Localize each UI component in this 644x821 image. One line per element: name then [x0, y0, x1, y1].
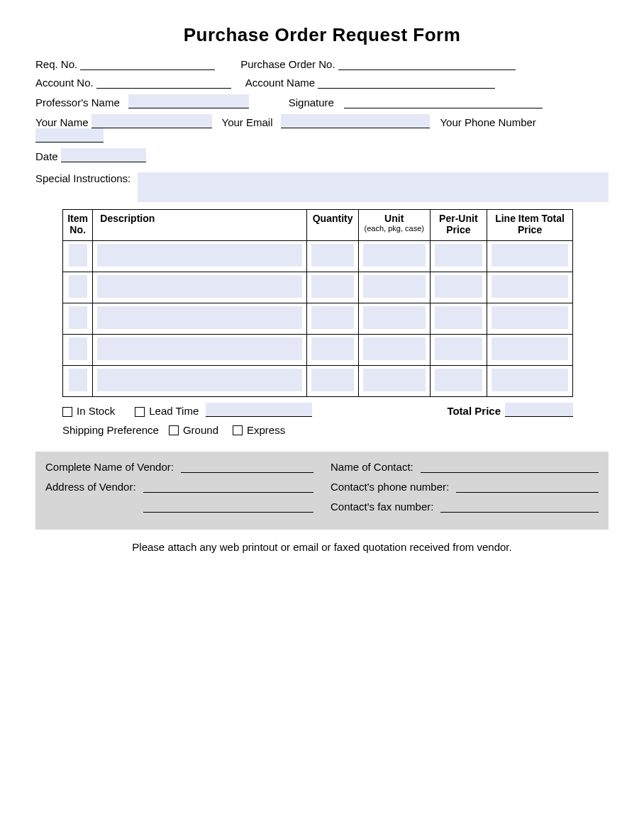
th-description: Description	[93, 210, 307, 241]
cell-quantity[interactable]	[311, 369, 354, 391]
label-account-name: Account Name	[245, 77, 315, 89]
checkbox-ground[interactable]	[169, 425, 179, 435]
cell-line-item-total[interactable]	[492, 306, 568, 329]
label-contact-phone: Contact's phone number:	[331, 481, 449, 493]
cell-line-item-total[interactable]	[492, 337, 568, 360]
field-total-price[interactable]	[505, 403, 573, 417]
field-contact-fax[interactable]	[440, 500, 599, 513]
cell-description[interactable]	[97, 244, 302, 267]
table-row	[63, 303, 573, 335]
cell-per-unit-price[interactable]	[435, 337, 483, 360]
cell-item-no[interactable]	[69, 275, 87, 298]
cell-quantity[interactable]	[311, 244, 354, 267]
cell-item-no[interactable]	[69, 369, 87, 391]
label-your-email: Your Email	[222, 116, 273, 128]
th-per-unit-price: Per-Unit Price	[430, 210, 487, 241]
cell-item-no[interactable]	[69, 306, 87, 329]
table-row	[63, 335, 573, 366]
cell-quantity[interactable]	[311, 275, 354, 298]
cell-unit[interactable]	[363, 275, 426, 298]
field-vendor-address-2[interactable]	[143, 500, 313, 513]
label-account-no: Account No.	[35, 77, 94, 89]
cell-per-unit-price[interactable]	[435, 275, 483, 298]
label-signature: Signature	[289, 96, 334, 108]
field-po-no[interactable]	[338, 57, 516, 70]
label-vendor-name: Complete Name of Vendor:	[45, 461, 174, 473]
label-vendor-address: Address of Vendor:	[45, 481, 136, 493]
field-contact-name[interactable]	[421, 460, 599, 473]
th-line-item-total: Line Item Total Price	[487, 210, 573, 241]
th-quantity: Quantity	[307, 210, 359, 241]
th-unit-text: Unit	[384, 213, 404, 224]
field-account-name[interactable]	[318, 76, 495, 89]
field-contact-phone[interactable]	[456, 480, 599, 493]
cell-description[interactable]	[97, 337, 302, 360]
table-row	[63, 366, 573, 397]
label-date: Date	[35, 150, 58, 162]
checkbox-in-stock[interactable]	[62, 407, 72, 417]
label-in-stock: In Stock	[77, 405, 115, 417]
cell-unit[interactable]	[363, 306, 426, 329]
label-special-instructions: Special Instructions:	[35, 172, 131, 184]
cell-line-item-total[interactable]	[492, 369, 568, 391]
label-po-no: Purchase Order No.	[240, 58, 335, 70]
th-unit: Unit (each, pkg, case)	[358, 210, 430, 241]
items-table: Item No. Description Quantity Unit (each…	[62, 209, 573, 397]
field-your-name[interactable]	[91, 114, 212, 128]
label-ground: Ground	[183, 424, 218, 436]
label-lead-time: Lead Time	[149, 405, 199, 417]
cell-unit[interactable]	[363, 369, 426, 391]
cell-description[interactable]	[97, 306, 302, 329]
field-req-no[interactable]	[80, 57, 215, 70]
vendor-section: Complete Name of Vendor: Address of Vend…	[35, 452, 609, 530]
cell-line-item-total[interactable]	[492, 244, 568, 267]
cell-per-unit-price[interactable]	[435, 369, 483, 391]
cell-quantity[interactable]	[311, 337, 354, 360]
label-your-phone: Your Phone Number	[440, 116, 535, 128]
field-special-instructions[interactable]	[138, 172, 609, 202]
table-row	[63, 241, 573, 272]
field-account-no[interactable]	[96, 76, 231, 89]
field-your-email[interactable]	[281, 114, 430, 128]
cell-item-no[interactable]	[69, 337, 87, 360]
cell-unit[interactable]	[363, 244, 426, 267]
checkbox-express[interactable]	[233, 425, 243, 435]
field-signature[interactable]	[344, 96, 543, 108]
checkbox-lead-time[interactable]	[135, 407, 145, 417]
label-contact-fax: Contact's fax number:	[331, 501, 433, 513]
cell-line-item-total[interactable]	[492, 275, 568, 298]
form-title: Purchase Order Request Form	[35, 24, 609, 46]
cell-per-unit-price[interactable]	[435, 306, 483, 329]
cell-description[interactable]	[97, 275, 302, 298]
label-your-name: Your Name	[35, 116, 89, 128]
th-item-no: Item No.	[63, 210, 93, 241]
cell-description[interactable]	[97, 369, 302, 391]
label-total-price: Total Price	[447, 405, 501, 417]
label-contact-name: Name of Contact:	[331, 461, 413, 473]
cell-quantity[interactable]	[311, 306, 354, 329]
label-professor-name: Professor's Name	[35, 96, 120, 108]
label-express: Express	[247, 424, 285, 436]
field-lead-time[interactable]	[206, 403, 312, 417]
label-shipping-preference: Shipping Preference	[62, 424, 159, 436]
th-unit-sub: (each, pkg, case)	[363, 224, 426, 233]
footnote-text: Please attach any web printout or email …	[35, 541, 609, 553]
field-vendor-name[interactable]	[181, 460, 313, 473]
cell-item-no[interactable]	[69, 244, 87, 267]
table-row	[63, 272, 573, 303]
field-your-phone[interactable]	[35, 128, 104, 143]
field-professor-name[interactable]	[128, 94, 249, 108]
label-req-no: Req. No.	[35, 58, 77, 70]
cell-per-unit-price[interactable]	[435, 244, 483, 267]
cell-unit[interactable]	[363, 337, 426, 360]
field-date[interactable]	[61, 148, 146, 162]
field-vendor-address-1[interactable]	[143, 480, 313, 493]
